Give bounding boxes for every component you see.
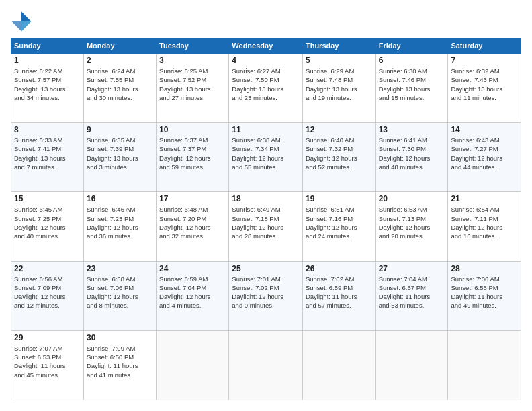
- day-info: Sunrise: 6:54 AM Sunset: 7:11 PM Dayligh…: [451, 205, 518, 240]
- calendar-cell: 3Sunrise: 6:25 AM Sunset: 7:52 PM Daylig…: [157, 54, 229, 123]
- day-info: Sunrise: 6:22 AM Sunset: 7:57 PM Dayligh…: [14, 66, 81, 102]
- day-info: Sunrise: 7:06 AM Sunset: 6:55 PM Dayligh…: [451, 275, 518, 310]
- calendar-cell: 25Sunrise: 7:01 AM Sunset: 7:02 PM Dayli…: [229, 261, 303, 330]
- day-info: Sunrise: 6:33 AM Sunset: 7:41 PM Dayligh…: [14, 136, 81, 171]
- calendar-cell: 20Sunrise: 6:53 AM Sunset: 7:13 PM Dayli…: [375, 192, 448, 261]
- day-info: Sunrise: 6:59 AM Sunset: 7:04 PM Dayligh…: [159, 275, 226, 310]
- day-info: Sunrise: 7:04 AM Sunset: 6:57 PM Dayligh…: [379, 275, 445, 310]
- calendar-cell: 27Sunrise: 7:04 AM Sunset: 6:57 PM Dayli…: [375, 261, 448, 330]
- day-info: Sunrise: 6:48 AM Sunset: 7:20 PM Dayligh…: [159, 205, 226, 240]
- calendar-cell: [157, 330, 229, 400]
- day-number: 7: [451, 56, 518, 65]
- calendar-cell: 29Sunrise: 7:07 AM Sunset: 6:53 PM Dayli…: [11, 330, 84, 400]
- day-number: 27: [379, 264, 445, 273]
- day-number: 15: [14, 194, 81, 203]
- calendar-cell: [302, 330, 375, 400]
- day-info: Sunrise: 6:40 AM Sunset: 7:32 PM Dayligh…: [306, 136, 373, 171]
- day-number: 12: [306, 125, 373, 134]
- day-info: Sunrise: 6:43 AM Sunset: 7:27 PM Dayligh…: [451, 136, 518, 171]
- day-number: 25: [232, 264, 300, 273]
- day-info: Sunrise: 6:51 AM Sunset: 7:16 PM Dayligh…: [306, 205, 373, 240]
- day-number: 29: [14, 333, 81, 342]
- calendar-cell: [229, 330, 303, 400]
- calendar-cell: 19Sunrise: 6:51 AM Sunset: 7:16 PM Dayli…: [302, 192, 375, 261]
- calendar-cell: 9Sunrise: 6:35 AM Sunset: 7:39 PM Daylig…: [83, 123, 156, 192]
- logo: [11, 11, 35, 32]
- svg-marker-1: [21, 21, 31, 31]
- day-number: 6: [379, 56, 445, 65]
- calendar-cell: 13Sunrise: 6:41 AM Sunset: 7:30 PM Dayli…: [375, 123, 448, 192]
- calendar-cell: [448, 330, 521, 400]
- calendar-cell: 11Sunrise: 6:38 AM Sunset: 7:34 PM Dayli…: [229, 123, 303, 192]
- col-header-sunday: Sunday: [11, 38, 84, 54]
- calendar-cell: 17Sunrise: 6:48 AM Sunset: 7:20 PM Dayli…: [157, 192, 229, 261]
- calendar-cell: 4Sunrise: 6:27 AM Sunset: 7:50 PM Daylig…: [229, 54, 303, 123]
- calendar: SundayMondayTuesdayWednesdayThursdayFrid…: [11, 38, 521, 400]
- day-number: 30: [87, 333, 153, 342]
- day-info: Sunrise: 6:45 AM Sunset: 7:25 PM Dayligh…: [14, 205, 81, 240]
- day-number: 2: [87, 56, 153, 65]
- day-number: 21: [451, 194, 518, 203]
- day-info: Sunrise: 7:01 AM Sunset: 7:02 PM Dayligh…: [232, 275, 300, 310]
- day-info: Sunrise: 6:32 AM Sunset: 7:43 PM Dayligh…: [451, 66, 518, 102]
- day-info: Sunrise: 6:46 AM Sunset: 7:23 PM Dayligh…: [87, 205, 153, 240]
- day-info: Sunrise: 6:38 AM Sunset: 7:34 PM Dayligh…: [232, 136, 300, 171]
- day-info: Sunrise: 6:56 AM Sunset: 7:09 PM Dayligh…: [14, 275, 81, 310]
- header: [11, 11, 521, 32]
- calendar-cell: 28Sunrise: 7:06 AM Sunset: 6:55 PM Dayli…: [448, 261, 521, 330]
- day-info: Sunrise: 7:09 AM Sunset: 6:50 PM Dayligh…: [87, 344, 153, 379]
- calendar-cell: 14Sunrise: 6:43 AM Sunset: 7:27 PM Dayli…: [448, 123, 521, 192]
- calendar-cell: 22Sunrise: 6:56 AM Sunset: 7:09 PM Dayli…: [11, 261, 84, 330]
- calendar-header-row: SundayMondayTuesdayWednesdayThursdayFrid…: [11, 38, 521, 54]
- day-number: 9: [87, 125, 153, 134]
- calendar-cell: 15Sunrise: 6:45 AM Sunset: 7:25 PM Dayli…: [11, 192, 84, 261]
- day-number: 14: [451, 125, 518, 134]
- col-header-tuesday: Tuesday: [157, 38, 229, 54]
- calendar-week-3: 15Sunrise: 6:45 AM Sunset: 7:25 PM Dayli…: [11, 192, 521, 261]
- calendar-week-4: 22Sunrise: 6:56 AM Sunset: 7:09 PM Dayli…: [11, 261, 521, 330]
- day-number: 19: [306, 194, 373, 203]
- page: SundayMondayTuesdayWednesdayThursdayFrid…: [0, 0, 532, 411]
- day-number: 5: [306, 56, 373, 65]
- calendar-cell: [375, 330, 448, 400]
- day-info: Sunrise: 6:37 AM Sunset: 7:37 PM Dayligh…: [159, 136, 226, 171]
- day-info: Sunrise: 6:58 AM Sunset: 7:06 PM Dayligh…: [87, 275, 153, 310]
- calendar-cell: 24Sunrise: 6:59 AM Sunset: 7:04 PM Dayli…: [157, 261, 229, 330]
- calendar-cell: 5Sunrise: 6:29 AM Sunset: 7:48 PM Daylig…: [302, 54, 375, 123]
- svg-marker-0: [21, 12, 31, 21]
- col-header-saturday: Saturday: [448, 38, 521, 54]
- col-header-monday: Monday: [83, 38, 156, 54]
- calendar-cell: 7Sunrise: 6:32 AM Sunset: 7:43 PM Daylig…: [448, 54, 521, 123]
- calendar-cell: 26Sunrise: 7:02 AM Sunset: 6:59 PM Dayli…: [302, 261, 375, 330]
- logo-icon: [11, 11, 32, 32]
- calendar-cell: 30Sunrise: 7:09 AM Sunset: 6:50 PM Dayli…: [83, 330, 156, 400]
- calendar-week-1: 1Sunrise: 6:22 AM Sunset: 7:57 PM Daylig…: [11, 54, 521, 123]
- col-header-friday: Friday: [375, 38, 448, 54]
- day-info: Sunrise: 6:27 AM Sunset: 7:50 PM Dayligh…: [232, 66, 300, 102]
- day-info: Sunrise: 6:25 AM Sunset: 7:52 PM Dayligh…: [159, 66, 226, 102]
- day-number: 18: [232, 194, 300, 203]
- day-number: 20: [379, 194, 445, 203]
- day-number: 17: [159, 194, 226, 203]
- calendar-cell: 23Sunrise: 6:58 AM Sunset: 7:06 PM Dayli…: [83, 261, 156, 330]
- calendar-cell: 8Sunrise: 6:33 AM Sunset: 7:41 PM Daylig…: [11, 123, 84, 192]
- day-number: 10: [159, 125, 226, 134]
- calendar-cell: 2Sunrise: 6:24 AM Sunset: 7:55 PM Daylig…: [83, 54, 156, 123]
- day-info: Sunrise: 6:29 AM Sunset: 7:48 PM Dayligh…: [306, 66, 373, 102]
- day-info: Sunrise: 6:24 AM Sunset: 7:55 PM Dayligh…: [87, 66, 153, 102]
- day-number: 23: [87, 264, 153, 273]
- day-info: Sunrise: 6:41 AM Sunset: 7:30 PM Dayligh…: [379, 136, 445, 171]
- calendar-cell: 16Sunrise: 6:46 AM Sunset: 7:23 PM Dayli…: [83, 192, 156, 261]
- day-info: Sunrise: 6:53 AM Sunset: 7:13 PM Dayligh…: [379, 205, 445, 240]
- day-number: 1: [14, 56, 81, 65]
- calendar-cell: 12Sunrise: 6:40 AM Sunset: 7:32 PM Dayli…: [302, 123, 375, 192]
- calendar-cell: 10Sunrise: 6:37 AM Sunset: 7:37 PM Dayli…: [157, 123, 229, 192]
- day-number: 22: [14, 264, 81, 273]
- day-number: 3: [159, 56, 226, 65]
- day-number: 13: [379, 125, 445, 134]
- day-number: 4: [232, 56, 300, 65]
- day-number: 11: [232, 125, 300, 134]
- calendar-cell: 21Sunrise: 6:54 AM Sunset: 7:11 PM Dayli…: [448, 192, 521, 261]
- day-number: 26: [306, 264, 373, 273]
- day-number: 16: [87, 194, 153, 203]
